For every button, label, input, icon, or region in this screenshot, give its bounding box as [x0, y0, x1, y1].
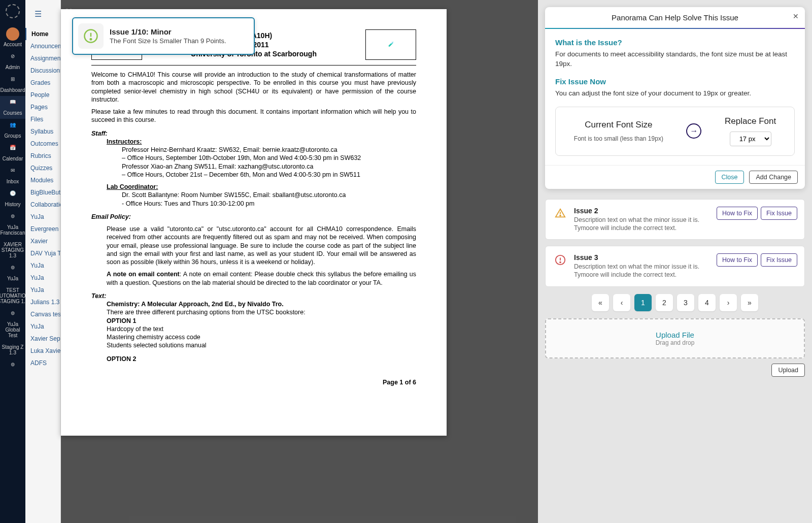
nav-test-automation[interactable]: TEST AUTOMATION STAGING 1.3: [0, 284, 25, 307]
arrow-right-icon: →: [686, 123, 701, 139]
sidebar-item[interactable]: Pages: [25, 101, 60, 113]
sidebar-item[interactable]: YuJa: [25, 320, 60, 333]
fix-issue-button[interactable]: Fix Issue: [761, 253, 797, 267]
page-3[interactable]: 3: [677, 294, 694, 311]
close-button[interactable]: Close: [715, 171, 745, 184]
document-preview: ⚗️ CHMA10H) Fall 2011 University of Toro…: [61, 9, 447, 436]
sidebar-item[interactable]: Collaborations: [25, 199, 60, 211]
textbook: Chemistry: A Molecular Approach, 2nd Ed.…: [107, 300, 416, 308]
link-icon: ⊚: [8, 213, 18, 223]
lab-line: Dr. Scott Ballantyne: Room Number SW155C…: [122, 191, 416, 199]
sidebar-item[interactable]: Xavier: [25, 235, 60, 247]
nav-yuja-franciscan[interactable]: ⊚YuJa Franciscan: [0, 210, 25, 239]
close-icon[interactable]: ✕: [793, 12, 799, 20]
dashboard-icon: ⊞: [8, 76, 18, 86]
sidebar-item[interactable]: YuJa: [25, 211, 60, 223]
speedometer-icon: ⊘: [8, 53, 18, 63]
warning-icon: [78, 23, 104, 49]
replace-font-label: Replace Font: [725, 116, 776, 126]
upload-sub: Drag and drop: [557, 339, 793, 346]
sidebar-item[interactable]: YuJa: [25, 259, 60, 272]
nav-label: XAVIER STAGING 1.3: [1, 242, 24, 258]
sidebar-item[interactable]: Assignments: [25, 52, 60, 64]
right-panel-area: Panorama Can Help Solve This Issue ✕ Wha…: [538, 0, 812, 523]
nav-label: YuJa Franciscan: [1, 224, 25, 236]
nav-history[interactable]: 🕒History: [0, 187, 25, 210]
nav-label: YuJa Global Test: [1, 321, 24, 338]
page-1[interactable]: 1: [634, 294, 652, 311]
sidebar-item[interactable]: YuJa: [25, 284, 60, 296]
nav-dashboard[interactable]: ⊞Dashboard: [0, 73, 25, 96]
page-first[interactable]: «: [592, 294, 609, 311]
instructor-line: – Office Hours, October 21st – December …: [122, 171, 416, 179]
nav-inbox[interactable]: ✉Inbox: [0, 165, 25, 187]
sidebar-item[interactable]: Files: [25, 113, 60, 125]
nav-groups[interactable]: 👥Groups: [0, 119, 25, 142]
sidebar-item[interactable]: Xavier Sept: [25, 333, 60, 345]
page-2[interactable]: 2: [656, 294, 673, 311]
sidebar-item[interactable]: Evergreen: [25, 223, 60, 235]
lab-line: - Office Hours: Tues and Thurs 10:30-12:…: [122, 200, 416, 208]
sidebar-item[interactable]: Grades: [25, 77, 60, 89]
link-icon: ⊚: [8, 310, 18, 320]
issue-desc: Description text on what the minor issue…: [574, 263, 710, 279]
sidebar-item[interactable]: DAV Yuja Test: [25, 247, 60, 259]
sidebar-item-home[interactable]: Home: [25, 28, 60, 40]
fix-issue-button[interactable]: Fix Issue: [761, 207, 797, 220]
page-4[interactable]: 4: [698, 294, 716, 311]
issue-card: Issue 3 Description text on what the min…: [545, 246, 805, 287]
sidebar-item[interactable]: Canvas test: [25, 308, 60, 320]
page-last[interactable]: »: [741, 294, 758, 311]
text-opts: There are three different purchasing opt…: [107, 308, 416, 316]
email-heading: Email Policy:: [91, 213, 416, 221]
current-font-label: Current Font Size: [574, 120, 663, 130]
sidebar-item[interactable]: Modules: [25, 174, 60, 186]
sidebar-item[interactable]: Announcements: [25, 40, 60, 52]
add-change-button[interactable]: Add Change: [749, 171, 798, 184]
sidebar-item[interactable]: Syllabus: [25, 125, 60, 138]
nav-staging-z[interactable]: Staging Z 1.3: [0, 341, 25, 358]
calendar-icon: 📅: [8, 145, 18, 155]
sidebar-item[interactable]: Discussions: [25, 64, 60, 77]
sidebar-item[interactable]: Outcomes: [25, 138, 60, 150]
nav-admin[interactable]: ⊘Admin: [0, 50, 25, 73]
toast-title: Issue 1/10: Minor: [110, 27, 226, 36]
course-nav-links: Home Announcements Assignments Discussio…: [25, 28, 60, 369]
sidebar-item[interactable]: Luka Xavier: [25, 345, 60, 357]
lab-heading: Lab Coordinator:: [107, 183, 416, 191]
sidebar-item[interactable]: YuJa: [25, 272, 60, 284]
nav-courses[interactable]: 📖Courses: [0, 96, 25, 119]
nav-account[interactable]: Account: [0, 24, 25, 50]
link-icon: ⊚: [8, 362, 18, 372]
global-nav-rail: Account ⊘Admin ⊞Dashboard 📖Courses 👥Grou…: [0, 0, 25, 523]
instructor-line: Professor Xiao-an Zhang SW511, Email: xa…: [122, 162, 416, 171]
upload-button[interactable]: Upload: [771, 364, 805, 377]
email-body: Please use a valid "utoronto.ca" or "uts…: [107, 225, 416, 266]
page-prev[interactable]: ‹: [613, 294, 630, 311]
page-next[interactable]: ›: [720, 294, 737, 311]
how-to-fix-button[interactable]: How to Fix: [717, 253, 758, 267]
nav-extra[interactable]: ⊚: [0, 358, 25, 376]
issue-card: Issue 2 Description text on what the min…: [545, 199, 805, 240]
upload-dropzone[interactable]: Upload File Drag and drop: [545, 318, 805, 358]
sidebar-item[interactable]: Quizzes: [25, 162, 60, 174]
sidebar-item[interactable]: ADFS: [25, 357, 60, 369]
nav-yuja[interactable]: ⊚YuJa: [0, 262, 25, 284]
pagination: « ‹ 1 2 3 4 › »: [545, 294, 805, 311]
nav-yuja-global[interactable]: ⊚YuJa Global Test: [0, 307, 25, 341]
nav-label: Inbox: [7, 179, 19, 184]
sidebar-item[interactable]: People: [25, 89, 60, 101]
sidebar-item[interactable]: Rubrics: [25, 150, 60, 162]
hamburger-icon[interactable]: ☰: [35, 9, 60, 19]
svg-point-2: [90, 39, 92, 40]
app-logo: [6, 4, 20, 18]
sidebar-item[interactable]: BigBlueButton: [25, 186, 60, 199]
nav-xavier-staging[interactable]: XAVIER STAGING 1.3: [0, 239, 25, 262]
chemistry-image-right: 🧪: [365, 29, 416, 60]
nav-calendar[interactable]: 📅Calendar: [0, 142, 25, 165]
sidebar-item[interactable]: Julians 1.3: [25, 296, 60, 308]
issue-title: Issue 3: [574, 253, 710, 262]
upload-title: Upload File: [557, 331, 793, 339]
how-to-fix-button[interactable]: How to Fix: [717, 207, 758, 220]
font-size-select[interactable]: 17 px: [730, 132, 771, 146]
